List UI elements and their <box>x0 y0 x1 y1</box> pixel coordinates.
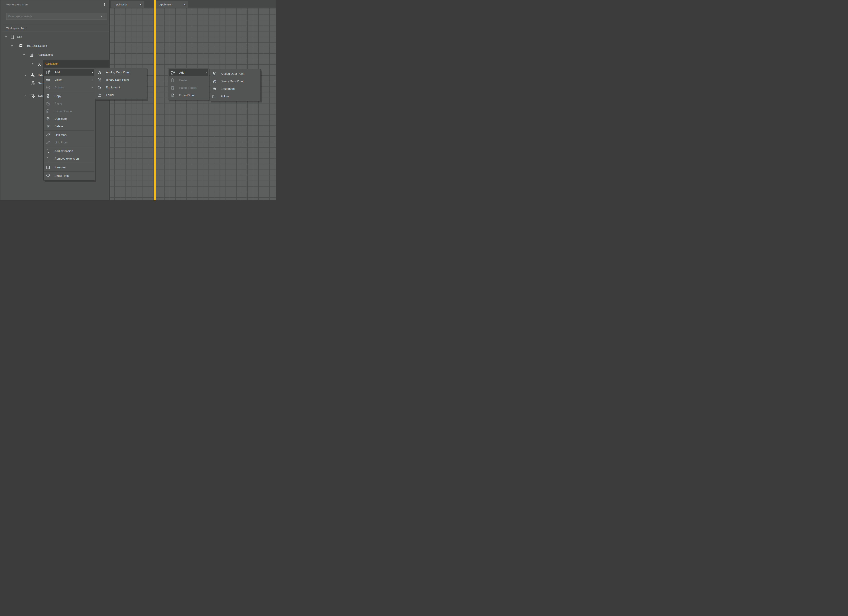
menu-item-add[interactable]: Add <box>44 68 95 76</box>
menu-item-views[interactable]: Views <box>44 76 95 84</box>
expand-arrow-icon[interactable] <box>25 95 26 97</box>
views-icon <box>46 77 50 82</box>
menu-item-label: Paste Special <box>179 86 197 89</box>
menu-item-label: Binary Data Point <box>221 80 243 83</box>
menu-item-label: Binary Data Point <box>106 78 129 82</box>
menu-item-label: Folder <box>221 95 229 98</box>
menu-item-duplicate[interactable]: Duplicate <box>44 115 95 123</box>
submenu-arrow-icon <box>92 79 93 81</box>
add-icon <box>170 70 175 75</box>
menu-item-equipment[interactable]: Equipment <box>95 84 147 91</box>
collapse-arrow-icon[interactable] <box>11 45 13 47</box>
menu-separator <box>44 147 94 147</box>
paste-special-icon <box>46 109 50 114</box>
menu-item-label: Link From <box>55 141 67 144</box>
canvas-grid-left[interactable] <box>110 9 154 200</box>
services-icon <box>30 81 36 86</box>
menu-item-label: Link Mark <box>55 133 67 137</box>
add-submenu: AAnalog Data PointBBinary Data PointEqui… <box>95 68 147 100</box>
menu-item-analog-data-point[interactable]: AAnalog Data Point <box>95 68 147 76</box>
delete-icon <box>46 124 50 129</box>
search-dropdown-arrow-icon[interactable] <box>101 16 102 17</box>
menu-item-label: Copy <box>55 94 61 98</box>
expand-arrow-icon[interactable] <box>32 63 33 65</box>
menu-item-paste: Paste <box>44 100 95 107</box>
menu-item-show-help[interactable]: Show Help <box>44 172 95 180</box>
menu-item-folder[interactable]: Folder <box>95 91 147 99</box>
actions-icon <box>46 85 50 90</box>
context-menu: AddViewsActionsCopyPastePaste SpecialDup… <box>43 68 95 181</box>
duplicate-icon <box>46 116 50 121</box>
menu-item-folder[interactable]: Folder <box>210 93 261 100</box>
equipment-icon <box>97 85 102 90</box>
canvas-grid-right[interactable] <box>156 9 276 200</box>
expand-arrow-icon[interactable] <box>25 74 26 76</box>
menu-item-label: Paste <box>179 79 187 82</box>
menu-item-link-mark[interactable]: Link Mark <box>44 131 95 139</box>
collapse-arrow-icon[interactable] <box>23 54 25 56</box>
menu-item-add-extension[interactable]: Add extension <box>44 147 95 155</box>
menu-item-binary-data-point[interactable]: BBinary Data Point <box>210 77 261 85</box>
menu-item-label: Analog Data Point <box>221 72 245 76</box>
search-input[interactable] <box>6 13 107 20</box>
tab-close-icon[interactable]: ✕ <box>184 3 188 6</box>
menu-item-label: Equipment <box>221 87 235 91</box>
system-icon <box>30 94 35 98</box>
binary-data-point-icon: B <box>212 79 217 84</box>
analog-data-point-icon: A <box>212 71 217 76</box>
tree-item-label: Applications <box>38 53 53 56</box>
menu-item-paste: Paste <box>168 76 209 84</box>
site-document-icon <box>10 34 15 40</box>
menu-item-copy[interactable]: Copy <box>44 92 95 100</box>
menu-item-label: Add extension <box>55 150 73 153</box>
analog-data-point-icon: A <box>97 70 102 75</box>
menu-item-label: Paste <box>55 102 62 105</box>
paste-icon <box>170 78 175 83</box>
add-extension-icon <box>46 149 50 153</box>
tree-item-application[interactable]: Application <box>1 60 110 67</box>
menu-separator <box>44 131 94 131</box>
tab-application-right[interactable]: Application ✕ <box>156 1 188 8</box>
menu-item-binary-data-point[interactable]: BBinary Data Point <box>95 76 147 84</box>
menu-item-label: Add <box>179 71 185 74</box>
menu-item-remove-extension[interactable]: Remove extension <box>44 155 95 162</box>
folder-icon <box>97 93 102 97</box>
menu-item-export-print[interactable]: Export/Print <box>168 92 209 99</box>
pin-icon[interactable] <box>103 3 106 6</box>
menu-item-delete[interactable]: Delete <box>44 123 95 130</box>
accent-split-divider[interactable] <box>154 0 156 200</box>
menu-item-paste-special: Paste Special <box>44 107 95 115</box>
menu-item-label: Paste Special <box>55 110 73 113</box>
application-icon <box>37 61 42 67</box>
paste-icon <box>46 101 50 106</box>
menu-item-paste-special: Paste Special <box>168 84 209 92</box>
menu-item-label: Actions <box>55 86 64 89</box>
tab-label: Application <box>111 3 127 6</box>
tree-item-label: Site <box>17 35 22 39</box>
export-print-icon <box>170 93 175 98</box>
submenu-arrow-icon <box>92 71 93 73</box>
tab-label: Application <box>156 3 172 6</box>
folder-icon <box>212 94 217 99</box>
svg-text:A: A <box>99 71 100 73</box>
panel-header: Workspace Tree <box>2 1 109 8</box>
tree-item-label: Application <box>44 62 58 65</box>
menu-separator <box>44 171 94 172</box>
left-canvas: Application ✕ <box>110 0 154 200</box>
tree-item-applications[interactable]: Applications <box>1 51 110 59</box>
submenu-arrow-icon <box>92 87 93 88</box>
add-icon <box>46 70 50 75</box>
collapse-arrow-icon[interactable] <box>5 36 7 38</box>
menu-separator <box>44 92 94 92</box>
panel-title: Workspace Tree <box>2 3 28 6</box>
server-icon <box>18 43 24 49</box>
tab-application-left[interactable]: Application ✕ <box>111 1 144 8</box>
tree-item-192-168-1-52-88[interactable]: 192.168.1.52:88 <box>1 42 110 50</box>
menu-item-add[interactable]: Add <box>168 69 209 76</box>
tree-item-site[interactable]: Site <box>1 33 110 41</box>
menu-item-label: Duplicate <box>55 117 67 120</box>
menu-item-rename[interactable]: Rename <box>44 163 95 171</box>
menu-item-equipment[interactable]: Equipment <box>210 85 261 93</box>
tab-close-icon[interactable]: ✕ <box>139 3 144 6</box>
menu-item-analog-data-point[interactable]: AAnalog Data Point <box>210 70 261 77</box>
